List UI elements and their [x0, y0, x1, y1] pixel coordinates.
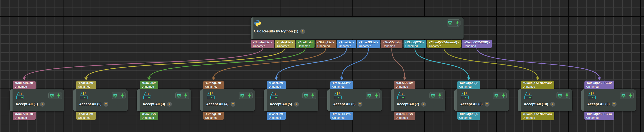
- input-port[interactable]: <Cloud(XYZ-RGB)> Unnamed: [584, 81, 614, 89]
- input-port[interactable]: <Cloud(XYZ)> Unnamed: [458, 81, 480, 89]
- help-icon[interactable]: ?: [104, 102, 108, 107]
- output-port[interactable]: <NumberList> Unnamed: [13, 112, 36, 120]
- wire-5[interactable]: [342, 48, 368, 78]
- output-port-8[interactable]: <Cloud(XYZ-Normal)> Unnamed: [427, 40, 461, 48]
- input-port[interactable]: <NumberList> Unnamed: [13, 81, 36, 89]
- port-type-label: <Pose2DList>: [332, 81, 351, 85]
- collapse-chevrons-icon[interactable]: [557, 93, 563, 98]
- port-type-label: <PoseList>: [339, 40, 354, 44]
- wire-2[interactable]: [149, 48, 305, 78]
- node-accept-all-2[interactable]: Accept All (3) ?: [137, 89, 191, 111]
- output-port-0[interactable]: <NumberList> Unnamed: [251, 40, 274, 48]
- download-arrow-icon[interactable]: [183, 93, 188, 98]
- download-arrow-icon[interactable]: [310, 93, 316, 98]
- collapse-chevrons-icon[interactable]: [430, 93, 436, 98]
- port-name-label: Unnamed: [586, 116, 612, 119]
- download-arrow-icon[interactable]: [56, 93, 62, 98]
- collapse-chevrons-icon[interactable]: [112, 93, 118, 98]
- help-icon[interactable]: ?: [358, 102, 362, 107]
- collapse-chevrons-icon[interactable]: [448, 20, 453, 26]
- help-icon[interactable]: ?: [294, 102, 299, 107]
- wire-0[interactable]: [24, 48, 263, 78]
- download-arrow-icon[interactable]: [628, 93, 633, 98]
- help-icon[interactable]: ?: [230, 102, 236, 107]
- output-port-5[interactable]: <Pose2DList> Unnamed: [357, 40, 380, 48]
- output-port-9[interactable]: <Cloud(XYZ-RGB)> Unnamed: [462, 40, 492, 48]
- node-accept-all-8[interactable]: Accept All (10) ?: [518, 89, 572, 111]
- output-port[interactable]: <Cloud(XYZ-Normal)> Unnamed: [521, 112, 554, 120]
- output-port-7[interactable]: <Cloud(XYZ)> Unnamed: [404, 40, 426, 48]
- node-title-row: Calc Results by Python (1) ?: [254, 29, 305, 34]
- collapse-chevrons-icon[interactable]: [303, 93, 308, 98]
- wire-8[interactable]: [444, 48, 538, 78]
- output-port-1[interactable]: <IndexList> Unnamed: [275, 40, 295, 48]
- collapse-chevrons-icon[interactable]: [240, 93, 245, 98]
- output-port-2[interactable]: <BoolList> Unnamed: [296, 40, 314, 48]
- output-port[interactable]: <Size3DList> Unnamed: [394, 112, 416, 120]
- output-port-6[interactable]: <Size3DList> Unnamed: [381, 40, 402, 48]
- input-port[interactable]: <Size3DList> Unnamed: [394, 81, 416, 89]
- output-port[interactable]: <PoseList> Unnamed: [267, 112, 286, 120]
- node-accept-all-9[interactable]: Accept All (9) ?: [581, 89, 636, 111]
- input-port[interactable]: <PoseList> Unnamed: [267, 81, 286, 89]
- input-port[interactable]: <Cloud(XYZ-Normal)> Unnamed: [521, 81, 554, 89]
- wire-4[interactable]: [276, 48, 346, 78]
- node-title: Accept All (8): [460, 102, 483, 106]
- input-port[interactable]: <Pose2DList> Unnamed: [330, 81, 353, 89]
- node-calc-results-by-python[interactable]: Calc Results by Python (1) ?: [250, 17, 464, 39]
- port-name-label: Unnamed: [14, 85, 34, 88]
- port-name-label: Unnamed: [359, 44, 378, 48]
- download-arrow-icon[interactable]: [564, 93, 570, 98]
- output-port[interactable]: <StringList> Unnamed: [203, 112, 224, 120]
- input-port[interactable]: <StringList> Unnamed: [203, 81, 224, 89]
- output-port[interactable]: <BoolList> Unnamed: [140, 112, 158, 120]
- node-accept-all-7[interactable]: Accept All (8) ?: [454, 89, 509, 111]
- output-port[interactable]: <Pose2DList> Unnamed: [330, 112, 353, 120]
- wire-6[interactable]: [392, 48, 405, 78]
- wire-3[interactable]: [214, 48, 326, 78]
- collapse-chevrons-icon[interactable]: [176, 93, 182, 98]
- node-toolbar: [556, 92, 570, 99]
- output-port-4[interactable]: <PoseList> Unnamed: [337, 40, 356, 48]
- wire-1[interactable]: [86, 48, 285, 78]
- node-accept-all-4[interactable]: Accept All (5) ?: [264, 89, 318, 111]
- help-icon[interactable]: ?: [485, 102, 490, 107]
- node-accept-all-1[interactable]: Accept All (2) ?: [73, 89, 128, 111]
- download-arrow-icon[interactable]: [501, 93, 506, 98]
- download-arrow-icon[interactable]: [437, 93, 443, 98]
- node-accept-all-5[interactable]: Accept All (6) ?: [327, 89, 382, 111]
- port-type-label: <StringList>: [205, 112, 222, 116]
- input-port[interactable]: <IndexList> Unnamed: [76, 81, 96, 89]
- collapse-chevrons-icon[interactable]: [49, 93, 54, 98]
- output-port[interactable]: <Cloud(XYZ)> Unnamed: [458, 112, 480, 120]
- wire-arrowhead: [467, 78, 470, 80]
- node-accept-all-6[interactable]: Accept All (7) ?: [391, 89, 445, 111]
- wire-7[interactable]: [415, 48, 469, 78]
- help-icon[interactable]: ?: [612, 102, 616, 107]
- download-arrow-icon[interactable]: [246, 93, 252, 98]
- port-type-label: <Size3DList>: [396, 81, 414, 85]
- node-title-row: Accept All (7) ?: [397, 102, 426, 107]
- help-icon[interactable]: ?: [300, 29, 305, 34]
- node-editor-canvas[interactable]: Calc Results by Python (1) ? <NumberList…: [0, 0, 644, 132]
- port-type-label: <BoolList>: [142, 112, 156, 116]
- help-icon[interactable]: ?: [421, 102, 426, 107]
- node-accept-all-3[interactable]: Accept All (4) ?: [200, 89, 255, 111]
- collapse-chevrons-icon[interactable]: [366, 93, 372, 98]
- output-port-3[interactable]: <StringList> Unnamed: [316, 40, 336, 48]
- node-accent-strip: [518, 89, 521, 111]
- download-arrow-icon[interactable]: [454, 20, 460, 26]
- output-port[interactable]: <Cloud(XYZ-RGB)> Unnamed: [584, 112, 614, 120]
- help-icon[interactable]: ?: [550, 102, 555, 107]
- collapse-chevrons-icon[interactable]: [621, 93, 626, 98]
- help-icon[interactable]: ?: [40, 102, 45, 107]
- download-arrow-icon[interactable]: [120, 93, 125, 98]
- collapse-chevrons-icon[interactable]: [494, 93, 499, 98]
- download-arrow-icon[interactable]: [374, 93, 379, 98]
- node-title-row: Accept All (3) ?: [143, 102, 172, 107]
- wire-9[interactable]: [477, 48, 600, 78]
- output-port[interactable]: <IndexList> Unnamed: [76, 112, 96, 120]
- node-accept-all-0[interactable]: Accept All (1) ?: [10, 89, 64, 111]
- input-port[interactable]: <BoolList> Unnamed: [140, 81, 158, 89]
- help-icon[interactable]: ?: [167, 102, 172, 107]
